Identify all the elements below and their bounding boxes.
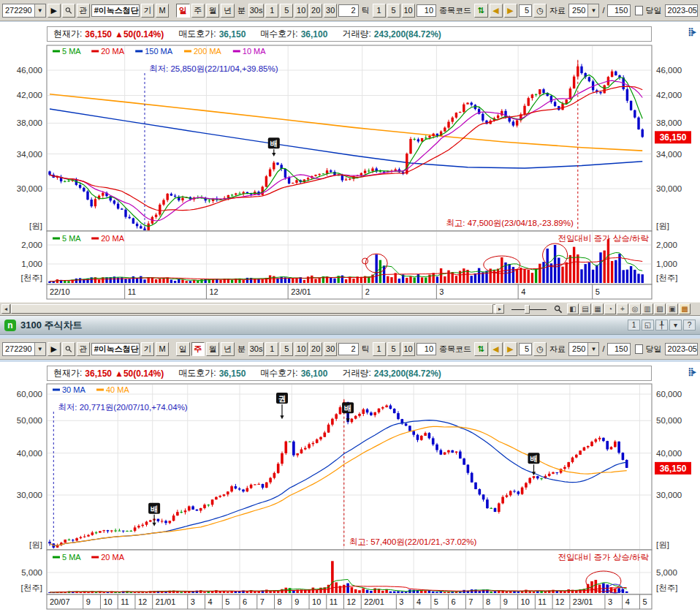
candle [235,486,237,488]
pin-icon[interactable]: ╀ [655,320,668,330]
minute-button-5[interactable]: 30 [324,342,337,356]
panel-grip-icon[interactable]: ⣿▸ [688,367,695,377]
chart-tool-icon-7[interactable]: ▧ [654,303,666,314]
minute-button-3[interactable]: 10 [294,4,308,18]
period-button-day[interactable]: 일 [176,4,189,18]
volume-bar [536,591,539,593]
candle [548,474,551,476]
bars-combo[interactable]: 250▼ [568,4,599,18]
chevron-down-icon[interactable]: ▼ [34,343,45,355]
minute-button-4[interactable]: 20 [309,4,322,18]
today-checkbox[interactable] [635,344,642,354]
tick-size-input[interactable]: 2 [338,4,358,17]
today-checkbox[interactable] [635,6,642,15]
minute-button-1[interactable]: 1 [265,342,278,356]
tick-count-input[interactable]: 10 [416,4,436,17]
next-icon[interactable]: ▶ [504,342,517,356]
minute-button-0[interactable]: 30s [248,4,264,18]
gi-button[interactable]: 기 [141,342,154,356]
kwan-button[interactable]: 관 [77,4,90,18]
minute-button-2[interactable]: 5 [280,4,293,18]
m-button[interactable]: M [156,4,169,18]
period-button-month[interactable]: 월 [206,342,219,356]
refresh-icon[interactable]: ⇅ [474,342,487,356]
tick-button-2[interactable]: 10 [402,342,415,356]
chart-tool-icon-4[interactable]: + [617,303,628,314]
window-number-button[interactable]: 1 [628,320,640,330]
minute-button-1[interactable]: 1 [265,4,278,18]
date-input[interactable]: 2023-05-1 [665,4,698,17]
scroll-thumb[interactable] [11,304,493,314]
chart-tool-icon-9[interactable]: ▩ [679,303,691,314]
chart-tool-icon-3[interactable]: ◔ [604,303,616,314]
clock-icon[interactable]: ◷ [533,4,547,18]
bars2-input[interactable]: 150 [607,4,631,17]
minute-button-3[interactable]: 10 [294,342,308,356]
stock-code-combo[interactable]: 272290▼ [2,342,46,356]
candle [463,105,465,112]
tick-button-1[interactable]: 5 [387,342,400,356]
period-button-day[interactable]: 일 [176,342,189,356]
prev-icon[interactable]: ◀ [490,4,503,18]
date-input[interactable]: 2023-05-1 [665,343,698,355]
clock-icon[interactable]: ◷ [533,342,547,356]
help-icon[interactable]: ? [683,320,696,330]
menu-icon[interactable]: ▾ [669,320,682,330]
chart-tool-icon-2[interactable]: ▦ [592,303,604,314]
chart-tool-icon-0[interactable]: ◧ [567,303,579,314]
panel-grip-icon[interactable]: ⣿▸ [688,27,695,37]
period-button-week[interactable]: 주 [191,342,205,356]
candle [335,414,338,418]
minute-button-2[interactable]: 5 [280,342,293,356]
tick-size-input[interactable]: 2 [338,343,358,355]
gi-button[interactable]: 기 [141,4,154,18]
tick-button-2[interactable]: 10 [402,4,415,18]
chevron-down-icon[interactable]: ▼ [34,4,45,17]
volume-bar [401,592,404,593]
chart-tool-icon-5[interactable]: ◎ [629,303,641,314]
new-window-icon[interactable]: ◱ [642,320,654,330]
minute-button-5[interactable]: 30 [324,4,337,18]
chart-tool-icon-6[interactable]: ▥ [642,303,653,314]
period-button-week[interactable]: 주 [191,4,205,18]
next-icon[interactable]: ▶ [504,4,517,18]
period-button-month[interactable]: 월 [206,4,219,18]
chevron-down-icon[interactable]: ▼ [587,4,598,17]
bars-combo[interactable]: 250▼ [568,342,599,356]
chart-tool-buttons: ◧▤▦◔+◎▥▧▣▩ [567,303,691,314]
bars2-input[interactable]: 150 [607,343,631,355]
interval-input[interactable]: 5 [519,343,532,355]
tick-button-1[interactable]: 5 [387,4,400,18]
chart-tool-icon-8[interactable]: ▣ [666,303,678,314]
tick-count-input[interactable]: 10 [416,343,436,355]
candle [583,447,586,451]
minute-button-4[interactable]: 20 [309,342,322,356]
prev-icon[interactable]: ◀ [490,342,503,356]
stock-code-combo[interactable]: 272290▼ [2,4,46,18]
volume-bar [155,279,157,283]
m-button[interactable]: M [156,342,169,356]
refresh-icon[interactable]: ⇅ [474,4,487,18]
tick-button-0[interactable]: 1 [373,342,386,356]
weekly-price-chart[interactable]: 20/07910111221/01345678910111222/0134567… [0,362,700,612]
period-button-year[interactable]: 년 [221,342,234,356]
kwan-button[interactable]: 관 [77,342,90,356]
period-button-year[interactable]: 년 [221,4,234,18]
tick-button-0[interactable]: 1 [373,4,386,18]
daily-price-chart[interactable]: 22/10111223/01234546,00046,00042,00042,0… [0,22,700,302]
minute-button-0[interactable]: 30s [248,342,264,356]
scroll-left-button[interactable]: ◂ [1,304,10,314]
play-button[interactable]: ▶ [47,342,61,356]
stock-name-field[interactable]: #이녹스첨단소재 [91,4,140,17]
candle [523,106,525,115]
search-button[interactable] [62,342,75,356]
chevron-down-icon[interactable]: ▼ [587,343,598,355]
stock-name-field[interactable]: #이녹스첨단소재 [91,343,140,355]
scroll-right-button[interactable]: ▸ [495,304,504,314]
magnifier-icon[interactable] [552,304,563,314]
play-button[interactable]: ▶ [47,4,61,18]
chart-tool-icon-1[interactable]: ▤ [579,303,591,314]
search-button[interactable] [62,4,75,18]
interval-input[interactable]: 5 [519,4,532,17]
zoom-slider-handle[interactable] [525,305,530,314]
